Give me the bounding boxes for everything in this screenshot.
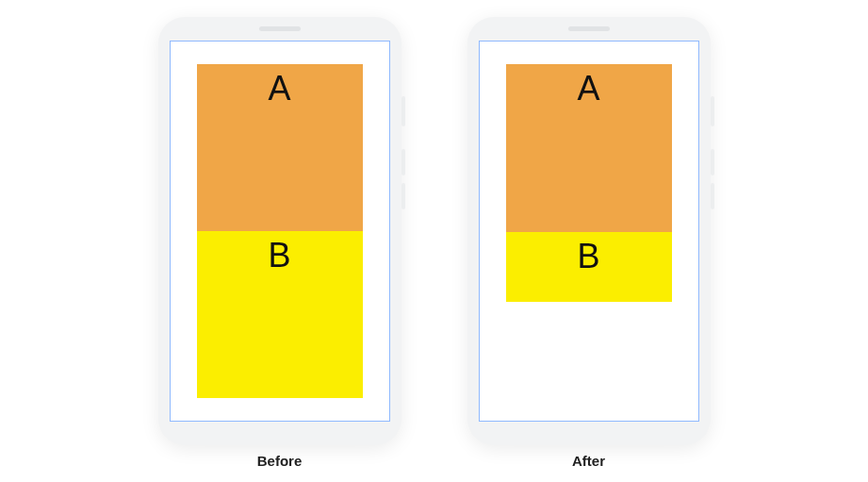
block-b-after: B	[506, 232, 672, 302]
phone-screen-after: A B	[479, 41, 699, 422]
power-button-icon	[711, 96, 714, 126]
volume-down-button-icon	[711, 183, 714, 209]
phone-pair: A B Before A B	[158, 17, 711, 469]
power-button-icon	[401, 96, 405, 126]
diagram-stage: A B Before A B	[0, 0, 868, 482]
block-a-label: A	[268, 72, 290, 231]
block-a-after: A	[506, 64, 672, 232]
caption-after: After	[572, 453, 605, 469]
phone-screen-before: A B	[170, 41, 390, 422]
before-unit: A B Before	[158, 17, 401, 469]
phone-mockup-before: A B	[158, 17, 401, 445]
block-b-label: B	[268, 239, 290, 398]
volume-up-button-icon	[711, 149, 714, 175]
phone-mockup-after: A B	[467, 17, 711, 445]
block-a-before: A	[197, 64, 363, 231]
volume-up-button-icon	[401, 149, 405, 175]
volume-down-button-icon	[401, 183, 405, 209]
after-unit: A B After	[467, 17, 711, 469]
caption-before: Before	[257, 453, 303, 469]
block-b-before: B	[197, 231, 363, 398]
block-a-label: A	[577, 72, 599, 232]
block-b-label: B	[577, 240, 599, 302]
